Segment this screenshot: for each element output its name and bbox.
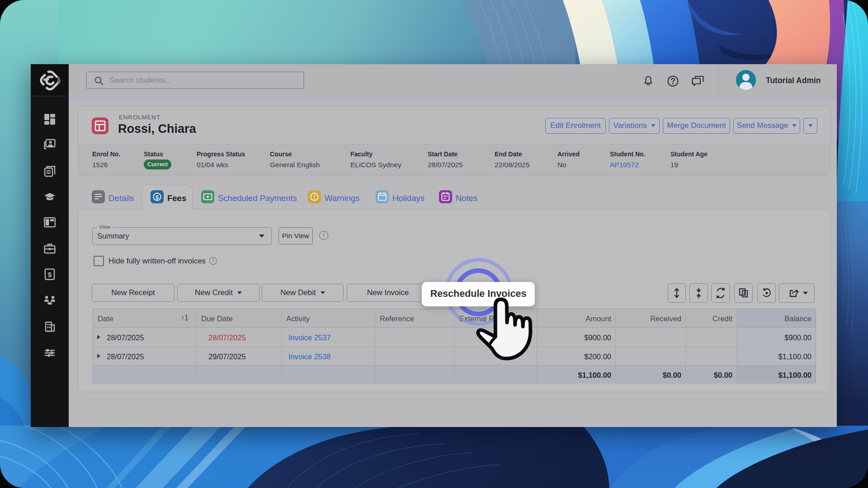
svg-text:$: $ [156,194,159,201]
svg-text:$: $ [48,271,52,278]
